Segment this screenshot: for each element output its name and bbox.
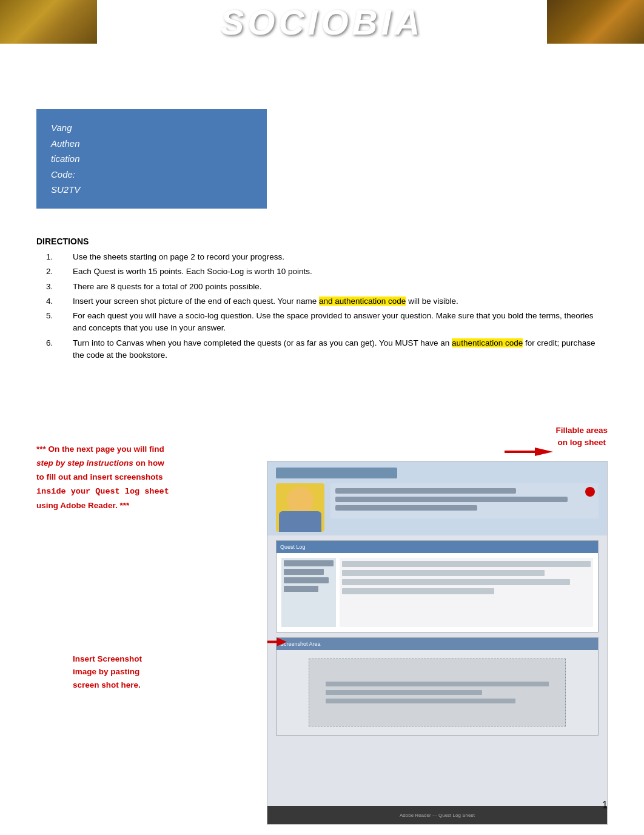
instructions-line3: to fill out and insert screenshots [36, 472, 163, 481]
bottom-section: *** On the next page you will find step … [0, 424, 644, 691]
list-num: 4. [36, 295, 73, 307]
sc-main-line1 [342, 561, 591, 567]
sc-inner-topbar: Quest Log [277, 541, 598, 553]
sc-info-line1 [335, 488, 516, 494]
sc-paste-line2 [326, 690, 481, 695]
sc-main-line4 [342, 588, 494, 594]
sc-lower-window: Screenshot Area [276, 637, 599, 736]
list-content: There are 8 quests for a total of 200 po… [73, 281, 608, 293]
list-item: 2. Each Quest is worth 15 points. Each S… [36, 266, 608, 278]
list-content: Turn into to Canvas when you have comple… [73, 337, 608, 362]
sc-sidebar-item4 [284, 586, 318, 592]
sc-lower-topbar: Screenshot Area [277, 638, 598, 650]
sc-paste-lines [322, 678, 552, 707]
list-num: 5. [36, 310, 73, 335]
sc-profile-row [276, 483, 599, 532]
sc-info-line2 [335, 497, 568, 502]
instructions-line5: using Adobe Reader. *** [36, 501, 129, 510]
instructions-text: *** On the next page you will find step … [36, 443, 243, 513]
directions-section: DIRECTIONS 1. Use the sheets starting on… [36, 236, 608, 364]
sc-inner-main [340, 558, 593, 627]
sc-info-panel [330, 483, 599, 518]
sc-info-line3 [335, 505, 477, 511]
header-title: SOCIOBIA [221, 2, 424, 42]
directions-title: DIRECTIONS [36, 236, 608, 246]
fillable-line2: on log sheet [557, 438, 606, 447]
sc-inner-sidebar [281, 558, 336, 627]
sc-inner-window: Quest Log [276, 540, 599, 632]
list-item: 1. Use the sheets starting on page 2 to … [36, 251, 608, 263]
right-area: Fillable areas on log sheet [267, 424, 608, 691]
list-item: 5. For each quest you will have a socio-… [36, 310, 608, 335]
insert-label-line2: image by pasting [73, 667, 139, 676]
instructions-line2-italic: step by step instructions [36, 458, 133, 468]
list-num: 3. [36, 281, 73, 293]
highlight-authentication: and authentication code [319, 297, 406, 306]
info-box-text: Vang Authen tication Code: SU2TV [51, 120, 252, 198]
sc-avatar-head [287, 487, 314, 514]
sc-insert-arrow [267, 638, 287, 648]
sc-inner-content [277, 553, 598, 632]
directions-list: 1. Use the sheets starting on page 2 to … [36, 251, 608, 361]
insert-label: Insert Screenshot image by pasting scree… [36, 652, 243, 692]
highlight-auth-code: authentication code [452, 338, 523, 347]
sc-screenshot-placeholder [277, 650, 598, 735]
sc-avatar [276, 483, 324, 532]
fillable-line1: Fillable areas [555, 426, 608, 435]
list-item: 6. Turn into to Canvas when you have com… [36, 337, 608, 362]
list-content: Each Quest is worth 15 points. Each Soci… [73, 266, 608, 278]
fillable-label: Fillable areas on log sheet [555, 424, 608, 449]
sc-main-line2 [342, 570, 545, 576]
instructions-line4: inside your Quest log sheet [36, 487, 169, 496]
list-item: 4. Insert your screen shot picture of th… [36, 295, 608, 307]
sc-paste-line3 [326, 699, 515, 703]
sc-paste-area [309, 659, 566, 726]
list-content: For each quest you will have a socio-log… [73, 310, 608, 335]
sc-sidebar-item3 [284, 577, 329, 583]
fillable-arrow [505, 448, 553, 458]
sc-sidebar-item1 [284, 560, 334, 566]
sc-bottom-text: Adobe Reader — Quest Log Sheet [400, 813, 475, 818]
list-content: Insert your screen shot picture of the e… [73, 295, 608, 307]
header-bg-left [0, 0, 97, 44]
info-box: Vang Authen tication Code: SU2TV [36, 109, 267, 209]
list-content: Use the sheets starting on page 2 to rec… [73, 251, 608, 263]
instructions-line1: *** On the next page you will find [36, 444, 164, 454]
list-num: 6. [36, 337, 73, 362]
header-banner: SOCIOBIA [0, 0, 644, 44]
sc-red-indicator [585, 487, 595, 497]
list-item: 3. There are 8 quests for a total of 200… [36, 281, 608, 293]
page-number: 1 [602, 800, 608, 811]
list-num: 1. [36, 251, 73, 263]
sc-avatar-body [279, 511, 321, 532]
list-num: 2. [36, 266, 73, 278]
left-instructions: *** On the next page you will find step … [36, 424, 243, 691]
insert-label-line3: screen shot here. [73, 680, 141, 689]
header-bg-right [547, 0, 644, 44]
sc-inner-topbar-text: Quest Log [280, 544, 306, 550]
sc-main-line3 [342, 579, 570, 585]
instructions-line2-rest: on how [133, 458, 164, 468]
sc-paste-line1 [326, 682, 549, 686]
sc-title-bar [276, 468, 397, 478]
sc-bottom-bar: Adobe Reader — Quest Log Sheet [267, 806, 607, 824]
insert-label-line1: Insert Screenshot [73, 654, 142, 663]
screenshot-preview: Quest Log [267, 461, 608, 825]
sc-sidebar-item2 [284, 569, 324, 575]
sc-profile-header [267, 461, 607, 535]
